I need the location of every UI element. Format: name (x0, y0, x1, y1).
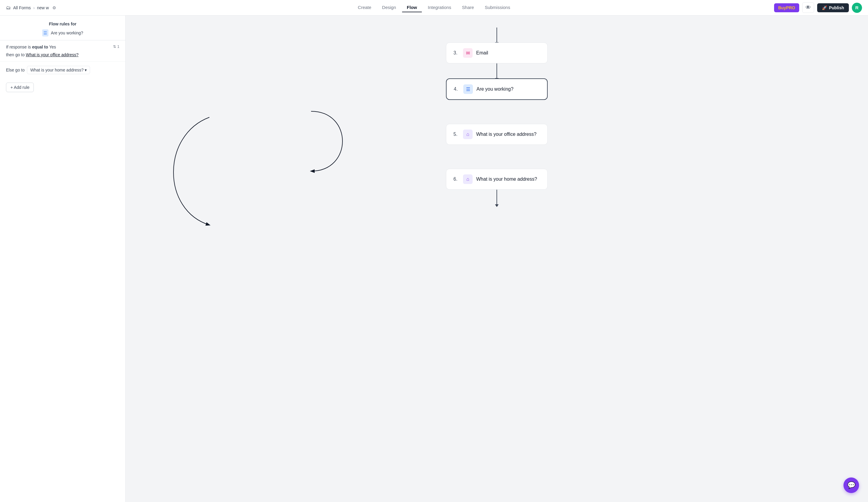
node-6-label: What is your home address? (476, 176, 537, 182)
add-rule-button[interactable]: + Add rule (6, 83, 34, 92)
publish-button[interactable]: 🚀 Publish (817, 3, 849, 12)
node-5-num: 5. (453, 132, 459, 137)
flow-node-office[interactable]: 5. ⌂ What is your office address? (446, 124, 548, 145)
breadcrumb-separator: › (33, 6, 35, 10)
breadcrumb: 🗂 All Forms › new w ⚙ (6, 5, 56, 10)
tab-create[interactable]: Create (353, 3, 376, 12)
question-label: Are you working? (51, 31, 83, 35)
buy-label: Buy (778, 6, 786, 10)
arrow-bottom (496, 189, 497, 205)
email-icon: ✉ (463, 48, 473, 58)
sidebar-title: Flow rules for (6, 22, 119, 26)
else-value: What is your home address? (30, 68, 83, 72)
nav-tabs: Create Design Flow Integrations Share Su… (353, 3, 515, 12)
avatar[interactable]: R (852, 3, 862, 13)
rule-block: ⇅ 1 If response is equal to Yes then go … (0, 40, 125, 62)
else-label: Else go to (6, 68, 24, 72)
preview-icon: 👁 (806, 4, 811, 10)
then-link[interactable]: What is your office address? (26, 52, 79, 57)
else-select-dropdown[interactable]: What is your home address? ▾ (27, 66, 90, 74)
flow-canvas[interactable]: 3. ✉ Email 4. ☰ Are you working? 5. (126, 16, 868, 502)
tab-flow[interactable]: Flow (402, 3, 422, 12)
flow-rules-sidebar: Flow rules for ☰ Are you working? ⇅ 1 If… (0, 16, 126, 502)
tab-submissions[interactable]: Submissions (480, 3, 515, 12)
node-4-num: 4. (454, 86, 460, 92)
else-row: Else go to What is your home address? ▾ (0, 62, 125, 78)
condition-value: Yes (49, 44, 56, 49)
publish-label: Publish (829, 6, 844, 10)
sidebar-question: ☰ Are you working? (6, 29, 119, 37)
avatar-initial: R (856, 5, 859, 10)
sort-num: 1 (117, 44, 119, 49)
tab-integrations[interactable]: Integrations (423, 3, 456, 12)
node-3-num: 3. (453, 50, 459, 56)
main-layout: Flow rules for ☰ Are you working? ⇅ 1 If… (0, 16, 868, 502)
then-label: then go to (6, 52, 24, 57)
arrow-2 (496, 63, 497, 78)
condition-prefix: If response is (6, 44, 31, 49)
chat-icon: 💬 (847, 481, 856, 489)
list-icon: ☰ (463, 84, 473, 94)
flow-node-home[interactable]: 6. ⌂ What is your home address? (446, 169, 548, 189)
chat-button[interactable]: 💬 (844, 478, 859, 493)
preview-button[interactable]: 👁 (802, 2, 814, 13)
rule-sort[interactable]: ⇅ 1 (113, 44, 119, 49)
home-icon: ⌂ (463, 174, 473, 184)
settings-icon[interactable]: ⚙ (52, 6, 56, 10)
node-5-label: What is your office address? (476, 132, 537, 137)
node-3-label: Email (476, 50, 488, 56)
condition-operator: equal to (32, 44, 48, 49)
sidebar-header: Flow rules for ☰ Are you working? (0, 16, 125, 40)
flow-node-email[interactable]: 3. ✉ Email (446, 42, 548, 63)
app-header: 🗂 All Forms › new w ⚙ Create Design Flow… (0, 0, 868, 16)
node-6-num: 6. (453, 176, 459, 182)
rule-condition: If response is equal to Yes (6, 44, 119, 49)
arrow-top (496, 28, 497, 42)
chevron-down-icon: ▾ (85, 68, 87, 72)
breadcrumb-icon: 🗂 (6, 5, 11, 10)
current-form-name: new w (37, 6, 49, 10)
sort-icon: ⇅ (113, 44, 116, 49)
tab-share[interactable]: Share (457, 3, 479, 12)
question-icon: ☰ (42, 29, 49, 37)
flow-node-working[interactable]: 4. ☰ Are you working? (446, 78, 548, 100)
node-4-label: Are you working? (476, 86, 514, 92)
all-forms-link[interactable]: All Forms (13, 6, 31, 10)
publish-rocket-icon: 🚀 (822, 6, 827, 10)
add-rule-label: + Add rule (10, 85, 29, 90)
header-actions: BuyPRO 👁 🚀 Publish R (774, 2, 862, 13)
buy-pro-button[interactable]: BuyPRO (774, 3, 799, 12)
rule-goto: then go to What is your office address? (6, 52, 119, 57)
home-office-icon: ⌂ (463, 130, 473, 139)
canvas-inner: 3. ✉ Email 4. ☰ Are you working? 5. (126, 16, 868, 285)
tab-design[interactable]: Design (377, 3, 401, 12)
pro-label: PRO (786, 6, 795, 10)
flow-column: 3. ✉ Email 4. ☰ Are you working? 5. (144, 24, 850, 205)
